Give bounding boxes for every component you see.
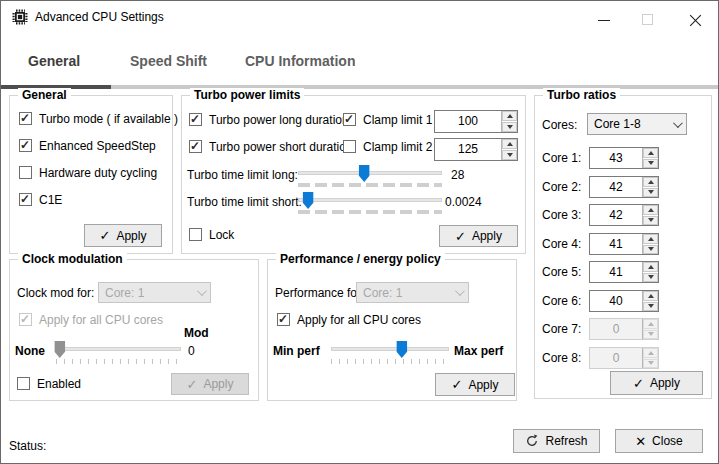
core-6-ratio-field[interactable]: 40 [589, 290, 659, 312]
checkbox-box[interactable] [19, 139, 32, 152]
turbo-power-long-duration-checkbox[interactable]: Turbo power long duration [189, 113, 349, 127]
close-window-button[interactable] [679, 5, 713, 29]
general-apply-button[interactable]: ✓ Apply [84, 224, 162, 247]
spin-up-button [643, 348, 658, 358]
checkbox-label: Turbo power long duration [209, 113, 349, 127]
checkbox-box[interactable] [17, 377, 30, 390]
spin-up-button[interactable] [643, 291, 658, 301]
core-4-ratio-field[interactable]: 41 [589, 233, 659, 255]
checkbox-label: Enabled [37, 377, 81, 391]
enabled-checkbox[interactable]: Enabled [17, 377, 81, 391]
minimize-button[interactable] [587, 5, 621, 29]
clamp-limit-2-field[interactable]: 125 [434, 138, 518, 161]
spin-up-button[interactable] [643, 234, 658, 244]
maximize-icon [642, 14, 653, 25]
close-icon [689, 14, 702, 27]
numeric-value[interactable]: 42 [590, 177, 642, 197]
c1e-checkbox[interactable]: C1E [19, 193, 62, 207]
close-button[interactable]: ✕ Close [615, 429, 703, 453]
clock-modulation-group-title: Clock modulation [18, 252, 127, 266]
button-label: Apply [116, 229, 146, 243]
core-3-ratio-field[interactable]: 42 [589, 204, 659, 226]
performance-slider[interactable] [331, 340, 449, 362]
checkbox-box[interactable] [19, 193, 32, 206]
checkbox-box[interactable] [189, 140, 202, 153]
spin-down-button[interactable] [502, 150, 517, 160]
spin-down-button[interactable] [643, 159, 658, 169]
numeric-value[interactable]: 125 [435, 139, 501, 160]
close-x-icon: ✕ [635, 435, 646, 448]
spin-down-button[interactable] [643, 273, 658, 283]
chevron-down-icon [197, 286, 207, 296]
spin-up-button[interactable] [643, 262, 658, 272]
spin-up-button[interactable] [502, 139, 517, 149]
refresh-button[interactable]: Refresh [513, 429, 600, 453]
numeric-value[interactable]: 100 [435, 111, 501, 132]
spin-up-button[interactable] [643, 148, 658, 158]
checkbox-label: Turbo mode ( if available ) [39, 112, 178, 126]
numeric-value[interactable]: 43 [590, 148, 642, 168]
checkbox-box[interactable] [277, 313, 290, 326]
tab-general[interactable]: General [28, 53, 80, 69]
checkbox-box[interactable] [189, 228, 202, 241]
checkbox-box[interactable] [19, 166, 32, 179]
turbo-mode-checkbox[interactable]: Turbo mode ( if available ) [19, 112, 178, 126]
performance-all-cores-checkbox[interactable]: Apply for all CPU cores [277, 313, 421, 327]
checkbox-label: Lock [209, 228, 234, 242]
turbo-time-limit-long-slider[interactable] [298, 164, 442, 186]
advanced-cpu-settings-window: Advanced CPU Settings General Speed Shif… [0, 0, 719, 464]
tab-cpu-information[interactable]: CPU Information [245, 53, 355, 69]
turbo-power-short-duration-checkbox[interactable]: Turbo power short duration [189, 140, 353, 154]
clock-mod-apply-button: ✓ Apply [171, 373, 249, 395]
clamp-limit-1-field[interactable]: 100 [434, 110, 518, 133]
checkbox-label: Clamp limit 2 [363, 140, 432, 154]
slider-ticks [56, 359, 181, 364]
slider-ticks [298, 183, 442, 187]
performance-for-label: Performance for: [275, 286, 364, 300]
checkbox-box[interactable] [343, 140, 356, 153]
slider-thumb[interactable] [303, 192, 314, 209]
cores-select[interactable]: Core 1-8 [587, 113, 687, 135]
numeric-value[interactable]: 42 [590, 205, 642, 225]
slider-thumb[interactable] [396, 341, 407, 358]
spin-down-button[interactable] [643, 216, 658, 226]
core-1-ratio-field[interactable]: 43 [589, 147, 659, 169]
turbo-time-limit-long-value: 28 [451, 168, 464, 182]
core-row-label: Core 7: [542, 322, 581, 336]
checkbox-label: Hardware duty cycling [39, 166, 157, 180]
slider-track[interactable] [298, 198, 442, 202]
core-2-ratio-field[interactable]: 42 [589, 176, 659, 198]
numeric-value[interactable]: 41 [590, 234, 642, 254]
clamp-limit-1-checkbox[interactable]: Clamp limit 1 [343, 113, 432, 127]
enhanced-speedstep-checkbox[interactable]: Enhanced SpeedStep [19, 139, 156, 153]
chevron-down-icon [673, 118, 683, 128]
spin-up-button[interactable] [502, 111, 517, 121]
turbo-time-limit-short-slider[interactable] [298, 191, 442, 213]
tab-speed-shift[interactable]: Speed Shift [130, 53, 207, 69]
numeric-value[interactable]: 41 [590, 262, 642, 282]
spin-down-button[interactable] [643, 245, 658, 255]
hardware-duty-cycling-checkbox[interactable]: Hardware duty cycling [19, 166, 157, 180]
checkbox-box[interactable] [189, 113, 202, 126]
core-row-label: Core 5: [542, 265, 581, 279]
core-5-ratio-field[interactable]: 41 [589, 261, 659, 283]
checkbox-box[interactable] [19, 112, 32, 125]
spin-down-button[interactable] [643, 302, 658, 312]
slider-track[interactable] [298, 171, 442, 175]
clamp-limit-2-checkbox[interactable]: Clamp limit 2 [343, 140, 432, 154]
checkbox-box[interactable] [343, 113, 356, 126]
turbo-power-apply-button[interactable]: ✓ Apply [439, 225, 518, 247]
maximize-button [631, 5, 665, 29]
slider-track[interactable] [331, 347, 449, 351]
turbo-ratios-apply-button[interactable]: ✓ Apply [610, 371, 703, 395]
turbo-ratios-group-title: Turbo ratios [543, 88, 620, 102]
spin-down-button[interactable] [502, 122, 517, 132]
spin-down-button[interactable] [643, 188, 658, 198]
numeric-value[interactable]: 40 [590, 291, 642, 311]
spin-up-button[interactable] [643, 177, 658, 187]
lock-checkbox[interactable]: Lock [189, 228, 234, 242]
core-row-label: Core 1: [542, 151, 581, 165]
performance-apply-button[interactable]: ✓ Apply [435, 373, 515, 396]
slider-thumb[interactable] [359, 165, 370, 182]
spin-up-button[interactable] [643, 205, 658, 215]
